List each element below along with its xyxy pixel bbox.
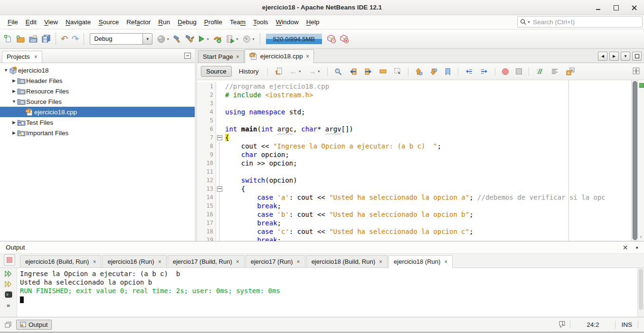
stop-run-button[interactable] xyxy=(4,254,15,266)
close-tab-icon[interactable]: × xyxy=(379,259,382,264)
dock-window-icon[interactable] xyxy=(5,322,11,328)
tree-item-ejercicio18.cpp[interactable]: ccejercicio18.cpp xyxy=(0,107,195,117)
code-line-13[interactable]: 13 { xyxy=(197,185,644,193)
shift-right-icon[interactable] xyxy=(478,66,490,76)
close-tab-icon[interactable]: × xyxy=(444,259,447,264)
min-window-icon[interactable] xyxy=(595,4,601,11)
run-icon[interactable]: ▼ xyxy=(196,34,211,44)
fold-marker[interactable] xyxy=(216,185,223,193)
max-window-icon[interactable] xyxy=(613,4,619,11)
history-view-button[interactable]: History xyxy=(235,66,263,76)
profile-run-icon[interactable]: 123▼ xyxy=(224,34,241,45)
close-tab-icon[interactable]: × xyxy=(236,55,239,59)
output-window-button[interactable]: Output xyxy=(16,320,52,330)
code-line-18[interactable]: 18 case 'c': cout << "Usted ha seleccion… xyxy=(197,227,644,236)
close-tab-icon[interactable]: × xyxy=(297,259,300,264)
menu-run[interactable]: Run xyxy=(154,17,174,28)
notifications-icon[interactable]: 1 xyxy=(558,321,566,328)
search-input[interactable] xyxy=(532,18,642,26)
menu-tools[interactable]: Tools xyxy=(249,17,272,28)
close-tab-icon[interactable]: × xyxy=(306,54,309,59)
output-tab-ejercicio18-run-[interactable]: ejercicio18 (Run)× xyxy=(388,255,453,268)
editor-tab-ejercicio18.cpp[interactable]: ccejercicio18.cpp× xyxy=(245,49,314,63)
close-output-icon[interactable]: ✕ xyxy=(623,244,628,251)
bm-next-icon[interactable] xyxy=(428,66,439,77)
tree-item-source-files[interactable]: ▼Source Files xyxy=(0,96,195,107)
output-tab-ejercio17-run-[interactable]: ejercio17 (Run)× xyxy=(246,255,305,268)
bm-toggle-icon[interactable] xyxy=(443,66,453,77)
menu-source[interactable]: Source xyxy=(95,17,123,28)
search-icon[interactable]: ▼ xyxy=(518,18,532,25)
macro-rec-icon[interactable] xyxy=(500,67,511,76)
close-tab-icon[interactable]: × xyxy=(93,259,96,264)
code-line-12[interactable]: 12 switch(opcion) xyxy=(197,176,644,185)
expand-icon[interactable]: ▶ xyxy=(11,130,17,135)
menu-refactor[interactable]: Refactor xyxy=(123,17,154,28)
scroll-tabs-left-button[interactable]: ◀ xyxy=(598,52,607,61)
highlight-icon[interactable] xyxy=(378,66,389,76)
tree-item-important-files[interactable]: ▶!Important Files xyxy=(0,128,195,138)
find-prev-icon[interactable] xyxy=(347,66,359,77)
memory-usage-indicator[interactable]: 520.0/894.5MB xyxy=(266,34,322,44)
expand-icon[interactable]: » xyxy=(7,302,10,309)
output-tab-ejercicio18-build-run-[interactable]: ejercicio18 (Build, Run)× xyxy=(306,255,388,268)
output-tab-ejercicio16-build-run-[interactable]: ejercicio16 (Build, Run)× xyxy=(20,255,101,268)
code-line-11[interactable]: 11 xyxy=(197,167,644,176)
fold-marker[interactable] xyxy=(216,133,223,142)
clean-build-icon[interactable] xyxy=(184,34,196,45)
search-box[interactable]: ▼ xyxy=(517,16,643,28)
error-stripe[interactable]: ＋ xyxy=(638,80,644,241)
code-line-15[interactable]: 15 break; xyxy=(197,202,644,210)
close-tab-icon[interactable]: × xyxy=(236,259,239,264)
bm-prev-icon[interactable] xyxy=(413,66,425,77)
close-projects-icon[interactable]: × xyxy=(34,55,38,59)
tree-item-resource-files[interactable]: ▶Resource Files xyxy=(0,86,195,96)
nb-clock-icon[interactable] xyxy=(325,33,338,45)
new-project-icon[interactable] xyxy=(14,34,27,45)
close-window-icon[interactable] xyxy=(631,4,637,11)
terminal-icon[interactable] xyxy=(5,291,12,298)
menu-debug[interactable]: Debug xyxy=(174,17,200,28)
code-line-8[interactable]: 8 cout << "Ingrese la Opcion a ejecutar:… xyxy=(197,142,644,150)
output-scrollbar[interactable] xyxy=(637,268,644,317)
undo-icon[interactable]: ↶ xyxy=(59,34,70,44)
menu-navigate[interactable]: Navigate xyxy=(62,17,95,28)
run-configuration-combobox[interactable]: Debug ▼ xyxy=(90,33,152,45)
code-line-5[interactable]: 5 xyxy=(197,116,644,125)
window-group-dot-icon[interactable]: ● xyxy=(636,245,638,250)
code-line-14[interactable]: 14 case 'a': cout << "Usted ha seleccion… xyxy=(197,193,644,202)
menu-team[interactable]: Team xyxy=(226,17,249,28)
tree-item-test-files[interactable]: ▶TTest Files xyxy=(0,117,195,128)
menu-view[interactable]: View xyxy=(40,17,62,28)
last-edit-icon[interactable] xyxy=(273,66,284,77)
rerun-mod-icon[interactable] xyxy=(4,281,12,287)
split-document-icon[interactable] xyxy=(633,67,640,75)
macro-stop-icon[interactable] xyxy=(514,67,524,76)
tree-item-ejercicio18[interactable]: ▼ejercicio18 xyxy=(0,65,195,75)
code-line-10[interactable]: 10 cin >> opcion; xyxy=(197,159,644,167)
menu-profile[interactable]: Profile xyxy=(200,17,226,28)
code-line-4[interactable]: 4using namespace std; xyxy=(197,108,644,116)
menu-file[interactable]: File xyxy=(4,17,22,28)
code-line-19[interactable]: 19 break; xyxy=(197,236,644,241)
save-all-icon[interactable] xyxy=(40,33,53,45)
expand-icon[interactable]: ▶ xyxy=(11,78,17,83)
code-line-9[interactable]: 9 char opcion; xyxy=(197,150,644,159)
menu-edit[interactable]: Edit xyxy=(22,17,40,28)
scroll-tabs-right-button[interactable]: ▶ xyxy=(609,52,619,61)
redo-icon[interactable]: ↷ xyxy=(70,34,81,44)
new-file-icon[interactable] xyxy=(2,33,14,45)
projects-tab[interactable]: Projects × xyxy=(2,51,42,63)
source-view-button[interactable]: Source xyxy=(201,66,232,77)
editor-tab-start-page[interactable]: Start Page× xyxy=(198,50,244,63)
uncomment-icon[interactable] xyxy=(549,66,561,76)
find-next-icon[interactable] xyxy=(362,66,374,77)
maximize-window-button[interactable] xyxy=(632,52,642,61)
code-line-7[interactable]: 7{ xyxy=(197,133,644,142)
menu-window[interactable]: Window xyxy=(272,17,303,28)
gauge-icon[interactable]: ▼ xyxy=(241,34,257,45)
nb-stop-icon[interactable] xyxy=(338,33,350,45)
tree-item-header-files[interactable]: ▶Header Files xyxy=(0,75,195,86)
shift-left-icon[interactable] xyxy=(463,66,475,76)
build-icon[interactable] xyxy=(171,34,184,45)
